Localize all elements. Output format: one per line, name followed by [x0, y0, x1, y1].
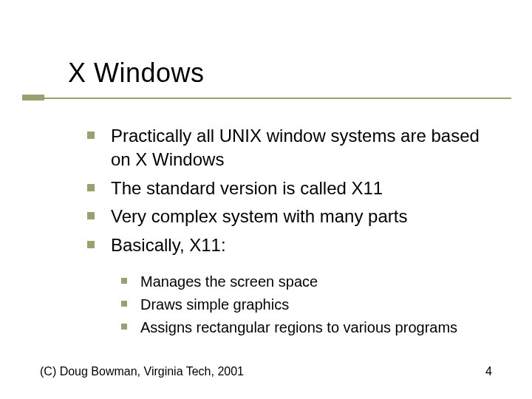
sub-bullet-group: Manages the screen space Draws simple gr…: [121, 272, 502, 338]
slide-footer: (C) Doug Bowman, Virginia Tech, 2001 4: [40, 365, 492, 378]
square-bullet-icon: [87, 184, 95, 191]
bullet-level2: Assigns rectangular regions to various p…: [121, 318, 502, 338]
bullet-level1: Basically, X11:: [87, 233, 502, 257]
bullet-level1: Practically all UNIX window systems are …: [87, 124, 502, 172]
bullet-text: Basically, X11:: [111, 233, 226, 257]
title-underline: [44, 98, 511, 99]
slide-title: X Windows: [68, 58, 205, 89]
bullet-level1: Very complex system with many parts: [87, 205, 502, 228]
page-number: 4: [485, 365, 492, 378]
square-bullet-icon: [87, 241, 95, 248]
sub-bullet-text: Assigns rectangular regions to various p…: [140, 318, 457, 338]
accent-bar: [22, 95, 44, 100]
square-bullet-icon: [87, 212, 95, 219]
bullet-text: Practically all UNIX window systems are …: [111, 124, 502, 172]
bullet-level2: Manages the screen space: [121, 272, 502, 292]
slide-body: Practically all UNIX window systems are …: [87, 124, 502, 341]
square-bullet-icon: [87, 132, 95, 139]
bullet-level2: Draws simple graphics: [121, 295, 502, 315]
slide: X Windows Practically all UNIX window sy…: [0, 0, 532, 399]
square-bullet-icon: [121, 301, 127, 307]
square-bullet-icon: [121, 278, 127, 284]
copyright-text: (C) Doug Bowman, Virginia Tech, 2001: [40, 365, 244, 378]
sub-bullet-text: Manages the screen space: [140, 272, 318, 292]
bullet-text: The standard version is called X11: [111, 177, 383, 200]
sub-bullet-text: Draws simple graphics: [140, 295, 289, 315]
bullet-level1: The standard version is called X11: [87, 177, 502, 200]
square-bullet-icon: [121, 324, 127, 330]
bullet-text: Very complex system with many parts: [111, 205, 407, 228]
